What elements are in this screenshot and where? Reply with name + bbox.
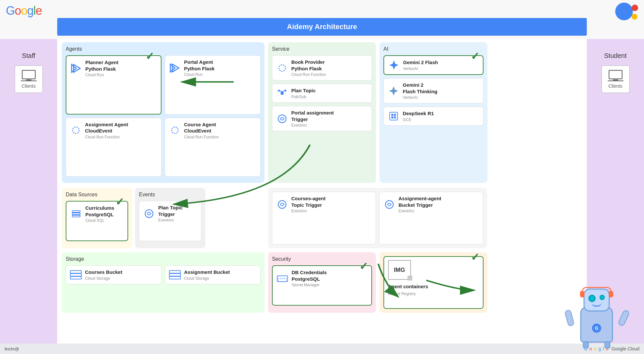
gemini-thinking-card: Gemini 2Flash Thinking VertexAI [383, 78, 483, 103]
gemini-thinking-subtitle: VertexAI [403, 95, 437, 100]
robot-smile [592, 303, 602, 307]
main-layout: Staff Clients Agents [0, 39, 644, 350]
robot-g-logo: G [592, 324, 601, 333]
gemini-thinking-row: Gemini 2Flash Thinking VertexAI [388, 82, 479, 100]
svg-rect-21 [391, 116, 393, 118]
svg-point-10 [280, 92, 284, 95]
plan-topic-title: Plan Topic [291, 87, 316, 94]
robot-headphone-left [580, 291, 585, 297]
courses-agent-trigger-text: Courses-agentTopic Trigger EventArc [291, 195, 326, 213]
staff-laptop-icon [21, 70, 37, 81]
center-content: Agents Planner AgentPython Flask [57, 39, 587, 350]
agents-title: Agents [66, 46, 261, 52]
google-logo: Google [6, 4, 42, 18]
svg-rect-40 [609, 70, 622, 79]
robot-head [584, 289, 610, 311]
plan-topic-text: Plan Topic Pub/Sub [291, 87, 316, 99]
svg-rect-23 [72, 211, 80, 212]
assignment-bucket-icon [169, 269, 181, 281]
student-client-label: Clients [608, 83, 623, 89]
portal-agent-row: Portal AgentPython Flask Cloud Run [169, 59, 256, 77]
bottom-user-email: linchr@ [5, 346, 19, 351]
security-title: Security [272, 256, 372, 262]
plan-topic-trigger-icon [143, 208, 155, 220]
plan-topic-trigger-text: Plan TopicTrigger EventArc [158, 204, 183, 222]
robot-arm-left [564, 309, 575, 327]
courses-bucket-icon [70, 269, 82, 281]
courses-bucket-title: Courses Bucket [85, 269, 122, 275]
planner-agent-subtitle: Cloud Run [85, 73, 118, 77]
student-label: Student [604, 52, 627, 60]
cloud-label: Google Cloud [611, 346, 639, 351]
logo-o1: o [15, 4, 21, 17]
curriculums-card: CurriculumsPostgreSQL Cloud SQL ✓ [66, 201, 128, 241]
planner-check: ✓ [145, 50, 154, 62]
artifact-title: Agent containers [388, 283, 479, 290]
courses-bucket-text: Courses Bucket Cloud Storage [85, 269, 122, 281]
svg-rect-18 [390, 112, 398, 120]
deepseek-icon [388, 110, 399, 122]
db-credentials-icon: [***] [277, 273, 288, 284]
gemini-flash-text: Gemini 2 Flash VertexAI [403, 59, 438, 71]
svg-text:[***]: [***] [278, 277, 287, 281]
book-provider-subtitle: Cloud Run Function [291, 72, 326, 77]
assignment-agent-title: Assignment AgentCloudEvent [85, 121, 128, 134]
gemini-flash-row: Gemini 2 Flash VertexAI [388, 59, 479, 71]
section-triggers: Courses-agentTopic Trigger EventArc [268, 188, 487, 248]
deepseek-row: DeepSeek R1 GCE [388, 110, 479, 122]
gemini-thinking-title: Gemini 2Flash Thinking [403, 82, 437, 95]
courses-bucket-row: Courses Bucket Cloud Storage [70, 269, 157, 281]
logo-g2: g [27, 4, 33, 17]
db-credentials-title: DB CredentialsPostgreSQL [292, 269, 327, 282]
triggers-grid: Courses-agentTopic Trigger EventArc [272, 192, 483, 244]
db-credentials-card: [***] DB CredentialsPostgreSQL Secret Ma… [272, 265, 372, 306]
plan-topic-subtitle: Pub/Sub [291, 95, 316, 99]
sidebar-left: Staff Clients [0, 39, 57, 350]
section-security: Security [***] DB CredentialsPostgreSQL … [268, 252, 376, 313]
svg-rect-29 [70, 271, 81, 273]
ai-title: AI [383, 46, 483, 52]
assignment-bucket-card: Assignment Bucket Cloud Storage [165, 265, 261, 284]
portal-agent-subtitle: Cloud Run [184, 72, 214, 77]
portal-agent-icon [169, 62, 181, 74]
section-storage: Storage Courses Bucket [62, 252, 264, 313]
portal-trigger-row: Portal assignmentTrigger EventArc [276, 110, 368, 128]
book-provider-text: Book ProviderPython Flask Cloud Run Func… [291, 59, 326, 77]
artifact-img-area: IMG [388, 260, 479, 280]
assignment-agent-row: Assignment AgentCloudEvent Cloud Run Fun… [70, 121, 157, 139]
artifact-subtitle: Artifact Registry [388, 292, 479, 296]
section-datasources: Data Sources CurriculumsPostgreSQL Cloud… [62, 188, 132, 248]
plan-topic-icon [276, 87, 288, 99]
svg-point-15 [278, 115, 286, 123]
robot-eye-right [600, 295, 605, 300]
assignment-bucket-trigger-icon [383, 199, 395, 210]
cloud-g2: g [599, 346, 601, 351]
robot-headphone-band [582, 287, 611, 292]
cloud-l: l [603, 346, 604, 351]
svg-rect-42 [613, 80, 618, 81]
assistant-icon-area [615, 3, 638, 26]
bottom-bar: linchr@ Google Google Cloud [0, 344, 644, 354]
courses-agent-trigger-card: Courses-agentTopic Trigger EventArc [272, 192, 376, 244]
svg-rect-2 [26, 80, 31, 81]
courses-agent-trigger-subtitle: EventArc [291, 209, 326, 213]
staff-client-label: Clients [21, 83, 37, 89]
assistant-dot-yellow [632, 14, 637, 20]
deepseek-subtitle: GCE [403, 117, 434, 122]
courses-agent-trigger-icon [276, 199, 288, 210]
plan-topic-trigger-row: Plan TopicTrigger EventArc [143, 204, 197, 222]
assistant-dot-red [632, 5, 638, 11]
cloud-o: o [589, 346, 592, 351]
cloud-o2: o [594, 346, 597, 351]
svg-marker-17 [389, 86, 398, 96]
planner-agent-row: Planner AgentPython Flask Cloud Run [70, 59, 157, 77]
gemini-check: ✓ [471, 50, 480, 62]
portal-agent-card: Portal AgentPython Flask Cloud Run [165, 55, 261, 115]
plan-topic-trigger-subtitle: EventArc [158, 218, 183, 222]
ai-grid: Gemini 2 Flash VertexAI ✓ [383, 55, 483, 177]
robot-leg-right [604, 341, 610, 348]
assignment-bucket-trigger-row: Assignment-agentBucket Trigger EventArc [383, 195, 479, 213]
course-agent-subtitle: Cloud Run Function [184, 135, 219, 139]
db-credentials-text: DB CredentialsPostgreSQL Secret Manager [292, 269, 327, 287]
artifact-check: ✓ [471, 251, 480, 263]
